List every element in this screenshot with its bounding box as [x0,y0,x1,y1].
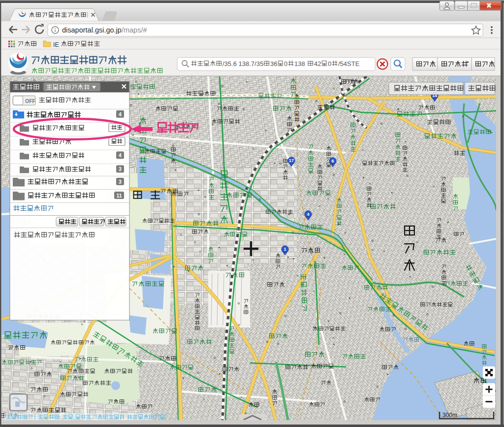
svg-text:138: 138 [294,60,305,67]
svg-text:17: 17 [289,158,294,163]
svg-text:0: 0 [328,60,331,67]
svg-text:11: 11 [116,193,122,198]
svg-text:4: 4 [119,111,122,117]
svg-text:/54STE: /54STE [338,60,360,67]
svg-text:4: 4 [119,152,122,158]
svg-text:300m: 300m [442,412,457,419]
svg-text:OFF: OFF [25,98,36,104]
svg-text:/35.6 138.7/35: /35.6 138.7/35 [222,60,263,67]
svg-text:1: 1 [284,247,286,252]
svg-text:4: 4 [307,212,309,217]
svg-text:3: 3 [119,166,122,172]
svg-text:3: 3 [119,179,122,185]
svg-text:disaportal.gsi.go.jp/maps/#: disaportal.gsi.go.jp/maps/# [62,26,147,34]
svg-text:42: 42 [314,60,321,67]
svg-text:36: 36 [270,60,277,67]
svg-text:6: 6 [331,159,334,164]
svg-text:0: 0 [284,60,287,67]
svg-text:IE: IE [53,41,59,48]
